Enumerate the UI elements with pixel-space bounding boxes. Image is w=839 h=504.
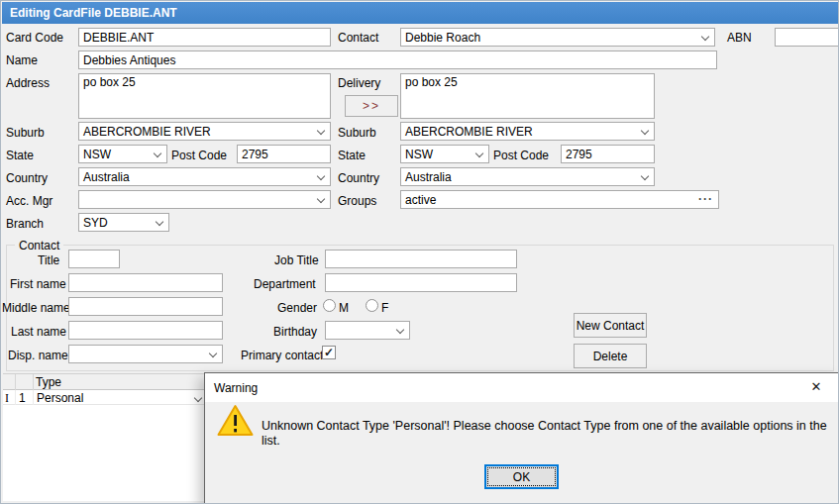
contact-label: Contact (338, 31, 378, 45)
delivery-post-code-label: Post Code (493, 149, 549, 162)
post-code-input[interactable] (237, 145, 331, 163)
title-label: Title (38, 253, 59, 267)
gender-label: Gender (277, 301, 317, 315)
checkmark-icon: ✓ (324, 346, 334, 359)
card-code-label: Card Code (6, 31, 63, 45)
close-icon[interactable]: ✕ (794, 373, 838, 401)
suburb-value: ABERCROMBIE RIVER (83, 125, 211, 139)
branch-label: Branch (6, 217, 44, 231)
contact-combo[interactable]: Debbie Roach (400, 28, 715, 47)
title-input[interactable] (68, 250, 120, 268)
warning-dialog-titlebar: Warning ✕ (205, 373, 839, 402)
birthday-label: Birthday (273, 325, 317, 339)
primary-contact-label: Primary contact (241, 349, 323, 362)
delivery-label: Delivery (338, 76, 380, 90)
copy-address-button[interactable]: >> (345, 95, 398, 117)
warning-dialog: Warning ✕ Unknown Contact Type 'Personal… (204, 372, 839, 504)
contact-value: Debbie Roach (405, 31, 480, 45)
delivery-state-value: NSW (405, 148, 433, 161)
chevron-down-icon (317, 172, 325, 180)
grid-header-number-cell (16, 374, 34, 390)
suburb-label: Suburb (6, 126, 45, 140)
branch-combo[interactable]: SYD (78, 213, 169, 232)
grid-header-indicator-cell (3, 374, 16, 390)
country-value: Australia (83, 170, 130, 184)
gender-female-label: F (381, 301, 388, 315)
groups-value: active (405, 193, 436, 207)
chevron-down-icon (641, 127, 649, 135)
warning-message: Unknown Contact Type 'Personal'! Please … (262, 419, 834, 449)
new-contact-button[interactable]: New Contact (574, 313, 647, 338)
middle-name-label: Middle name (2, 301, 70, 315)
ok-button[interactable]: OK (484, 464, 559, 489)
country-combo[interactable]: Australia (78, 167, 331, 186)
chevron-down-icon (156, 218, 163, 226)
delivery-suburb-combo[interactable]: ABERCROMBIE RIVER (400, 122, 655, 141)
disp-name-combo[interactable] (68, 345, 223, 363)
name-label: Name (6, 53, 38, 67)
row-number-cell: 1 (16, 390, 34, 405)
state-label: State (6, 149, 34, 162)
acc-mgr-label: Acc. Mgr (6, 194, 52, 208)
warning-triangle-icon (217, 404, 254, 437)
primary-contact-checkbox[interactable]: ✓ (322, 346, 336, 359)
acc-mgr-combo[interactable] (78, 190, 331, 209)
gender-female-radio[interactable] (366, 299, 378, 312)
card-code-input[interactable] (78, 28, 331, 47)
window-titlebar: Editing CardFile DEBBIE.ANT (2, 2, 838, 24)
state-combo[interactable]: NSW (78, 145, 167, 163)
delivery-state-combo[interactable]: NSW (400, 145, 489, 163)
chevron-down-icon (396, 326, 404, 334)
chevron-down-icon (641, 172, 649, 180)
abn-input[interactable] (775, 28, 839, 47)
groups-field[interactable]: active ··· (400, 190, 719, 209)
chevron-down-icon (317, 195, 325, 203)
chevron-down-icon (475, 150, 483, 157)
branch-value: SYD (83, 216, 108, 230)
window-title: Editing CardFile DEBBIE.ANT (10, 6, 177, 20)
address-label: Address (6, 76, 50, 90)
chevron-down-icon (317, 127, 325, 135)
job-title-input[interactable] (325, 250, 517, 268)
department-label: Department (254, 277, 316, 291)
contact-groupbox-legend: Contact (15, 239, 63, 252)
last-name-label: Last name (11, 325, 66, 339)
suburb-combo[interactable]: ABERCROMBIE RIVER (78, 122, 331, 141)
delivery-textarea[interactable]: po box 25 (400, 73, 655, 119)
delivery-state-label: State (338, 149, 366, 162)
last-name-input[interactable] (68, 321, 223, 340)
warning-dialog-title: Warning (214, 381, 258, 395)
chevron-down-icon (154, 150, 161, 157)
delivery-country-value: Australia (405, 170, 452, 184)
post-code-label: Post Code (171, 149, 227, 162)
state-value: NSW (83, 148, 111, 161)
delivery-post-code-input[interactable] (561, 145, 655, 163)
chevron-down-icon (209, 350, 217, 357)
middle-name-input[interactable] (68, 297, 223, 316)
job-title-label: Job Title (274, 253, 319, 267)
country-label: Country (6, 171, 48, 185)
row-indicator-icon: I (3, 390, 16, 405)
delivery-country-combo[interactable]: Australia (400, 167, 655, 186)
delivery-suburb-value: ABERCROMBIE RIVER (405, 125, 533, 139)
first-name-label: First name (10, 277, 66, 291)
cardfile-window: Editing CardFile DEBBIE.ANT Card Code Co… (0, 0, 839, 504)
address-textarea[interactable]: po box 25 (78, 73, 331, 119)
birthday-combo[interactable] (325, 321, 410, 340)
delete-button[interactable]: Delete (574, 344, 647, 368)
gender-male-radio[interactable] (323, 299, 336, 312)
department-input[interactable] (325, 273, 517, 292)
gender-male-label: M (339, 301, 349, 315)
disp-name-label: Disp. name (8, 349, 68, 362)
chevron-down-icon (701, 33, 709, 41)
ellipsis-icon[interactable]: ··· (698, 192, 713, 206)
abn-label: ABN (727, 31, 752, 45)
groups-label: Groups (338, 194, 376, 208)
name-input[interactable] (78, 50, 717, 69)
delivery-country-label: Country (338, 171, 379, 185)
delivery-suburb-label: Suburb (338, 126, 376, 140)
first-name-input[interactable] (68, 273, 223, 292)
